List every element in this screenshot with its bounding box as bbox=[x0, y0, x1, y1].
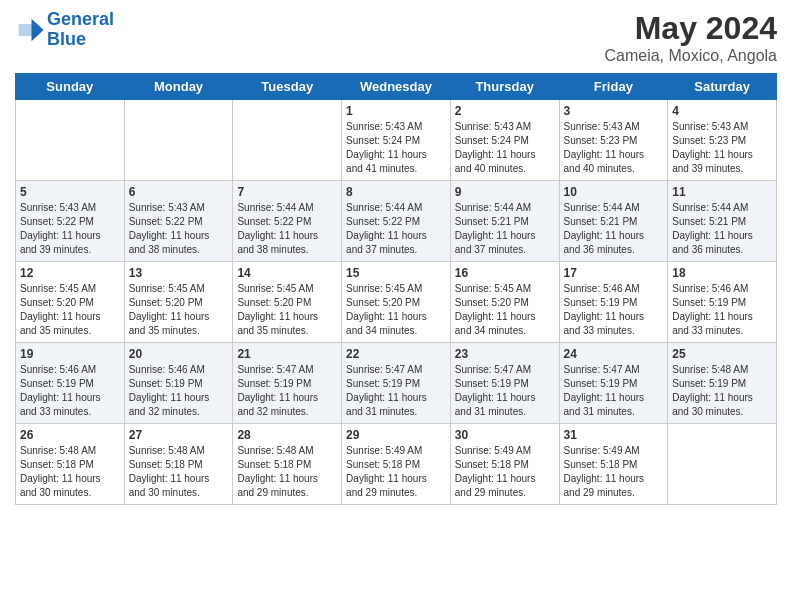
calendar-cell: 4Sunrise: 5:43 AM Sunset: 5:23 PM Daylig… bbox=[668, 100, 777, 181]
calendar-cell: 10Sunrise: 5:44 AM Sunset: 5:21 PM Dayli… bbox=[559, 181, 668, 262]
calendar-cell: 15Sunrise: 5:45 AM Sunset: 5:20 PM Dayli… bbox=[342, 262, 451, 343]
calendar-cell: 23Sunrise: 5:47 AM Sunset: 5:19 PM Dayli… bbox=[450, 343, 559, 424]
calendar-cell bbox=[16, 100, 125, 181]
day-number: 21 bbox=[237, 347, 337, 361]
day-info: Sunrise: 5:48 AM Sunset: 5:18 PM Dayligh… bbox=[20, 444, 120, 500]
calendar-week-row: 5Sunrise: 5:43 AM Sunset: 5:22 PM Daylig… bbox=[16, 181, 777, 262]
day-number: 2 bbox=[455, 104, 555, 118]
day-number: 13 bbox=[129, 266, 229, 280]
day-info: Sunrise: 5:47 AM Sunset: 5:19 PM Dayligh… bbox=[564, 363, 664, 419]
calendar-week-row: 1Sunrise: 5:43 AM Sunset: 5:24 PM Daylig… bbox=[16, 100, 777, 181]
subtitle: Cameia, Moxico, Angola bbox=[604, 47, 777, 65]
day-number: 3 bbox=[564, 104, 664, 118]
calendar-cell: 27Sunrise: 5:48 AM Sunset: 5:18 PM Dayli… bbox=[124, 424, 233, 505]
day-number: 6 bbox=[129, 185, 229, 199]
day-info: Sunrise: 5:47 AM Sunset: 5:19 PM Dayligh… bbox=[455, 363, 555, 419]
calendar-cell: 25Sunrise: 5:48 AM Sunset: 5:19 PM Dayli… bbox=[668, 343, 777, 424]
day-number: 28 bbox=[237, 428, 337, 442]
calendar-cell: 18Sunrise: 5:46 AM Sunset: 5:19 PM Dayli… bbox=[668, 262, 777, 343]
day-info: Sunrise: 5:45 AM Sunset: 5:20 PM Dayligh… bbox=[20, 282, 120, 338]
calendar-cell bbox=[233, 100, 342, 181]
calendar-body: 1Sunrise: 5:43 AM Sunset: 5:24 PM Daylig… bbox=[16, 100, 777, 505]
main-title: May 2024 bbox=[604, 10, 777, 47]
day-number: 29 bbox=[346, 428, 446, 442]
day-info: Sunrise: 5:44 AM Sunset: 5:21 PM Dayligh… bbox=[455, 201, 555, 257]
day-number: 27 bbox=[129, 428, 229, 442]
day-info: Sunrise: 5:44 AM Sunset: 5:21 PM Dayligh… bbox=[564, 201, 664, 257]
calendar-week-row: 12Sunrise: 5:45 AM Sunset: 5:20 PM Dayli… bbox=[16, 262, 777, 343]
calendar-cell: 8Sunrise: 5:44 AM Sunset: 5:22 PM Daylig… bbox=[342, 181, 451, 262]
day-info: Sunrise: 5:43 AM Sunset: 5:24 PM Dayligh… bbox=[455, 120, 555, 176]
day-number: 14 bbox=[237, 266, 337, 280]
calendar-cell: 26Sunrise: 5:48 AM Sunset: 5:18 PM Dayli… bbox=[16, 424, 125, 505]
day-number: 1 bbox=[346, 104, 446, 118]
day-number: 22 bbox=[346, 347, 446, 361]
weekday-header-sunday: Sunday bbox=[16, 74, 125, 100]
calendar-cell: 17Sunrise: 5:46 AM Sunset: 5:19 PM Dayli… bbox=[559, 262, 668, 343]
calendar-cell: 24Sunrise: 5:47 AM Sunset: 5:19 PM Dayli… bbox=[559, 343, 668, 424]
calendar-cell bbox=[124, 100, 233, 181]
day-info: Sunrise: 5:49 AM Sunset: 5:18 PM Dayligh… bbox=[564, 444, 664, 500]
calendar-header: SundayMondayTuesdayWednesdayThursdayFrid… bbox=[16, 74, 777, 100]
day-info: Sunrise: 5:46 AM Sunset: 5:19 PM Dayligh… bbox=[20, 363, 120, 419]
day-number: 19 bbox=[20, 347, 120, 361]
calendar-cell: 11Sunrise: 5:44 AM Sunset: 5:21 PM Dayli… bbox=[668, 181, 777, 262]
weekday-header-wednesday: Wednesday bbox=[342, 74, 451, 100]
calendar-cell: 29Sunrise: 5:49 AM Sunset: 5:18 PM Dayli… bbox=[342, 424, 451, 505]
day-info: Sunrise: 5:45 AM Sunset: 5:20 PM Dayligh… bbox=[455, 282, 555, 338]
day-info: Sunrise: 5:44 AM Sunset: 5:22 PM Dayligh… bbox=[346, 201, 446, 257]
calendar-cell: 7Sunrise: 5:44 AM Sunset: 5:22 PM Daylig… bbox=[233, 181, 342, 262]
day-number: 30 bbox=[455, 428, 555, 442]
calendar-cell: 3Sunrise: 5:43 AM Sunset: 5:23 PM Daylig… bbox=[559, 100, 668, 181]
day-info: Sunrise: 5:43 AM Sunset: 5:22 PM Dayligh… bbox=[20, 201, 120, 257]
calendar-cell bbox=[668, 424, 777, 505]
day-number: 16 bbox=[455, 266, 555, 280]
day-info: Sunrise: 5:46 AM Sunset: 5:19 PM Dayligh… bbox=[564, 282, 664, 338]
weekday-header-monday: Monday bbox=[124, 74, 233, 100]
day-number: 4 bbox=[672, 104, 772, 118]
day-number: 15 bbox=[346, 266, 446, 280]
day-number: 31 bbox=[564, 428, 664, 442]
calendar-cell: 31Sunrise: 5:49 AM Sunset: 5:18 PM Dayli… bbox=[559, 424, 668, 505]
weekday-header-saturday: Saturday bbox=[668, 74, 777, 100]
calendar-cell: 19Sunrise: 5:46 AM Sunset: 5:19 PM Dayli… bbox=[16, 343, 125, 424]
day-number: 26 bbox=[20, 428, 120, 442]
logo-icon bbox=[15, 15, 45, 45]
svg-rect-2 bbox=[19, 24, 33, 36]
calendar-week-row: 26Sunrise: 5:48 AM Sunset: 5:18 PM Dayli… bbox=[16, 424, 777, 505]
logo: General Blue bbox=[15, 10, 114, 50]
day-info: Sunrise: 5:43 AM Sunset: 5:23 PM Dayligh… bbox=[564, 120, 664, 176]
calendar-cell: 1Sunrise: 5:43 AM Sunset: 5:24 PM Daylig… bbox=[342, 100, 451, 181]
day-info: Sunrise: 5:46 AM Sunset: 5:19 PM Dayligh… bbox=[129, 363, 229, 419]
day-number: 9 bbox=[455, 185, 555, 199]
day-info: Sunrise: 5:48 AM Sunset: 5:19 PM Dayligh… bbox=[672, 363, 772, 419]
day-number: 12 bbox=[20, 266, 120, 280]
day-info: Sunrise: 5:43 AM Sunset: 5:23 PM Dayligh… bbox=[672, 120, 772, 176]
calendar-cell: 6Sunrise: 5:43 AM Sunset: 5:22 PM Daylig… bbox=[124, 181, 233, 262]
day-number: 24 bbox=[564, 347, 664, 361]
day-info: Sunrise: 5:48 AM Sunset: 5:18 PM Dayligh… bbox=[237, 444, 337, 500]
day-number: 25 bbox=[672, 347, 772, 361]
calendar-week-row: 19Sunrise: 5:46 AM Sunset: 5:19 PM Dayli… bbox=[16, 343, 777, 424]
day-number: 8 bbox=[346, 185, 446, 199]
day-info: Sunrise: 5:44 AM Sunset: 5:22 PM Dayligh… bbox=[237, 201, 337, 257]
day-number: 17 bbox=[564, 266, 664, 280]
calendar-cell: 22Sunrise: 5:47 AM Sunset: 5:19 PM Dayli… bbox=[342, 343, 451, 424]
page: General Blue May 2024 Cameia, Moxico, An… bbox=[0, 0, 792, 612]
weekday-header-thursday: Thursday bbox=[450, 74, 559, 100]
day-info: Sunrise: 5:47 AM Sunset: 5:19 PM Dayligh… bbox=[346, 363, 446, 419]
weekday-header-friday: Friday bbox=[559, 74, 668, 100]
calendar-cell: 13Sunrise: 5:45 AM Sunset: 5:20 PM Dayli… bbox=[124, 262, 233, 343]
day-number: 10 bbox=[564, 185, 664, 199]
calendar-cell: 30Sunrise: 5:49 AM Sunset: 5:18 PM Dayli… bbox=[450, 424, 559, 505]
day-number: 18 bbox=[672, 266, 772, 280]
day-info: Sunrise: 5:44 AM Sunset: 5:21 PM Dayligh… bbox=[672, 201, 772, 257]
day-info: Sunrise: 5:43 AM Sunset: 5:24 PM Dayligh… bbox=[346, 120, 446, 176]
day-number: 11 bbox=[672, 185, 772, 199]
header: General Blue May 2024 Cameia, Moxico, An… bbox=[15, 10, 777, 65]
calendar-table: SundayMondayTuesdayWednesdayThursdayFrid… bbox=[15, 73, 777, 505]
logo-line1: General bbox=[47, 9, 114, 29]
calendar-cell: 9Sunrise: 5:44 AM Sunset: 5:21 PM Daylig… bbox=[450, 181, 559, 262]
calendar-cell: 16Sunrise: 5:45 AM Sunset: 5:20 PM Dayli… bbox=[450, 262, 559, 343]
calendar-cell: 20Sunrise: 5:46 AM Sunset: 5:19 PM Dayli… bbox=[124, 343, 233, 424]
